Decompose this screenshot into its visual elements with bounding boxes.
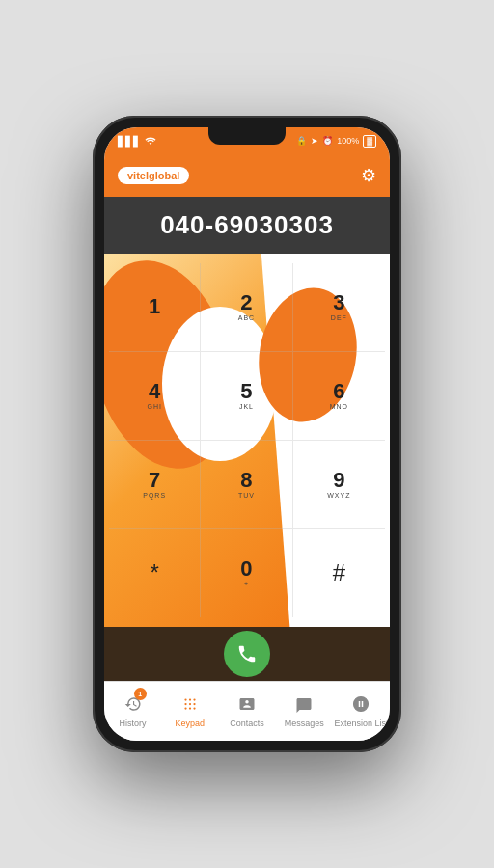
key-7[interactable]: 7PQRS xyxy=(109,441,201,529)
key-8[interactable]: 8TUV xyxy=(201,441,292,529)
key-digit-0: 1 xyxy=(149,296,160,317)
keypad-area: 12ABC3DEF4GHI5JKL6MNO7PQRS8TUV9WXYZ*0+# xyxy=(104,254,390,627)
key-letters-3: GHI xyxy=(147,403,161,410)
key-digit-8: 9 xyxy=(333,470,344,491)
bottom-nav: 1HistoryKeypadContactsMessagesExtension … xyxy=(104,681,390,741)
key-letters-8: WXYZ xyxy=(327,492,350,499)
settings-icon[interactable]: ⚙ xyxy=(361,165,376,186)
alarm-icon: ⏰ xyxy=(322,136,333,146)
key-letters-1: ABC xyxy=(238,314,255,321)
nav-arrow-icon: ➤ xyxy=(311,136,318,146)
key-9[interactable]: 9WXYZ xyxy=(293,441,385,529)
nav-label-extension list: Extension List xyxy=(334,719,388,728)
dialer-display: 040-69030303 xyxy=(104,197,390,254)
lock-status-icon: 🔒 xyxy=(296,136,307,146)
nav-icon-extension xyxy=(352,695,370,717)
key-digit-5: 6 xyxy=(333,381,344,402)
app-header: vitelglobal ⚙ xyxy=(104,154,390,197)
nav-label-messages: Messages xyxy=(285,719,324,728)
key-digit-2: 3 xyxy=(333,292,344,313)
status-left: ▋▋▋ xyxy=(118,136,156,147)
key-3[interactable]: 3DEF xyxy=(293,263,385,352)
key-1[interactable]: 1 xyxy=(109,263,201,352)
key-digit-1: 2 xyxy=(240,292,252,313)
phone-number: 040-69030303 xyxy=(124,210,370,240)
key-digit-4: 5 xyxy=(240,381,252,402)
key-letters-10: + xyxy=(244,581,249,587)
key-digit-11: # xyxy=(333,561,345,584)
notch xyxy=(208,127,286,145)
key-2[interactable]: 2ABC xyxy=(201,263,292,352)
key-letters-7: TUV xyxy=(238,492,255,499)
svg-point-9 xyxy=(184,707,186,709)
key-4[interactable]: 4GHI xyxy=(109,352,201,441)
wifi-icon xyxy=(145,136,156,146)
key-letters-4: JKL xyxy=(239,403,254,410)
svg-point-6 xyxy=(184,702,186,704)
phone-screen: ▋▋▋ 🔒 ➤ ⏰ 100% ▓ vitelglobal ⚙ 040-69 xyxy=(104,127,390,741)
key-hash[interactable]: # xyxy=(293,529,385,617)
keypad-grid: 12ABC3DEF4GHI5JKL6MNO7PQRS8TUV9WXYZ*0+# xyxy=(104,254,390,627)
phone-frame: ▋▋▋ 🔒 ➤ ⏰ 100% ▓ vitelglobal ⚙ 040-69 xyxy=(93,116,401,752)
signal-icon: ▋▋▋ xyxy=(118,136,141,147)
key-0[interactable]: 0+ xyxy=(201,529,292,617)
nav-item-messages[interactable]: Messages xyxy=(276,682,333,741)
nav-label-history: History xyxy=(120,719,147,728)
key-letters-5: MNO xyxy=(330,403,348,410)
key-star[interactable]: * xyxy=(109,529,201,617)
svg-point-7 xyxy=(189,702,191,704)
nav-item-history[interactable]: 1History xyxy=(104,682,161,741)
nav-icon-messages xyxy=(295,695,313,717)
call-button[interactable] xyxy=(224,631,270,677)
key-5[interactable]: 5JKL xyxy=(201,352,292,441)
key-digit-7: 8 xyxy=(240,470,252,491)
status-right: 🔒 ➤ ⏰ 100% ▓ xyxy=(296,135,376,148)
nav-item-contacts[interactable]: Contacts xyxy=(218,682,275,741)
call-bar xyxy=(104,627,390,681)
svg-point-4 xyxy=(189,698,191,700)
nav-icon-contacts xyxy=(238,695,256,717)
nav-item-extension-list[interactable]: Extension List xyxy=(333,682,390,741)
nav-item-keypad[interactable]: Keypad xyxy=(161,682,218,741)
nav-badge-history: 1 xyxy=(134,688,147,700)
key-digit-3: 4 xyxy=(149,381,160,402)
brand-logo: vitelglobal xyxy=(118,167,189,184)
key-digit-6: 7 xyxy=(149,470,160,491)
key-letters-6: PQRS xyxy=(143,492,166,499)
key-digit-9: * xyxy=(150,561,158,584)
key-digit-10: 0 xyxy=(240,558,252,580)
svg-point-8 xyxy=(193,702,195,704)
battery-level: 100% xyxy=(337,136,359,146)
svg-point-11 xyxy=(193,707,195,709)
key-letters-2: DEF xyxy=(331,314,347,321)
phone-icon xyxy=(236,643,258,665)
nav-icon-keypad xyxy=(181,695,199,717)
key-6[interactable]: 6MNO xyxy=(293,352,385,441)
nav-label-keypad: Keypad xyxy=(176,719,206,728)
svg-point-3 xyxy=(184,698,186,700)
battery-icon: ▓ xyxy=(363,135,376,148)
svg-point-10 xyxy=(189,707,191,709)
svg-point-5 xyxy=(193,698,195,700)
nav-label-contacts: Contacts xyxy=(230,719,264,728)
